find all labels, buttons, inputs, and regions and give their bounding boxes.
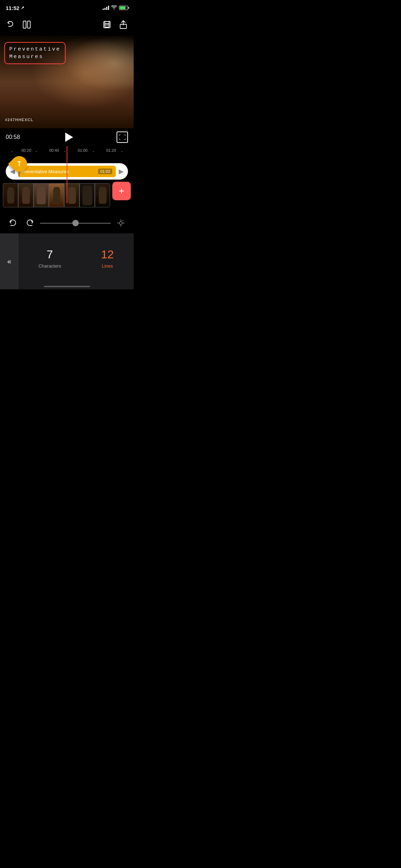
undo-icon[interactable] — [6, 20, 15, 31]
t-marker-badge: T — [8, 153, 30, 175]
plus-icon: + — [119, 186, 124, 196]
library-icon[interactable] — [102, 20, 112, 31]
svg-rect-0 — [23, 21, 26, 28]
clip-duration: 01:02 — [98, 169, 112, 174]
scrubber-track — [40, 223, 111, 224]
top-toolbar — [0, 16, 134, 36]
thumbnail-1 — [3, 183, 18, 207]
text-clip-area: T ◀ Preventative Measures 01:02 ▶ — [3, 156, 131, 181]
video-preview: Preventative Measures #247HHEXCL — [0, 36, 134, 128]
lines-value: 12 — [101, 248, 114, 261]
chevron-left-icon: « — [7, 257, 11, 265]
bottom-controls: + — [0, 214, 134, 232]
toolbar-left — [6, 20, 31, 31]
thumbnail-3 — [34, 183, 49, 207]
status-time: 11:52 ↗ — [6, 5, 24, 11]
svg-rect-1 — [27, 21, 30, 28]
play-button[interactable] — [61, 129, 76, 145]
characters-value: 7 — [47, 248, 53, 261]
wifi-icon — [111, 5, 117, 11]
add-clip-button[interactable]: + — [112, 182, 131, 200]
panel-back-button[interactable]: « — [0, 233, 19, 289]
svg-rect-3 — [105, 21, 109, 27]
current-time: 00:58 — [6, 134, 20, 140]
svg-point-8 — [119, 222, 122, 224]
signal-icon — [103, 6, 109, 10]
lines-item[interactable]: 12 Lines — [101, 248, 114, 269]
home-indicator — [44, 286, 90, 287]
export-icon[interactable] — [119, 20, 128, 31]
thumbnails-track — [3, 183, 110, 207]
play-triangle-icon — [65, 133, 73, 142]
fullscreen-button[interactable] — [117, 131, 128, 143]
lines-label: Lines — [102, 263, 113, 269]
clip-label: Preventative Measures — [21, 169, 69, 174]
scrubber-thumb — [72, 220, 79, 226]
thumbnail-4 — [49, 183, 64, 207]
thumbnail-7 — [95, 183, 110, 207]
thumbnail-6 — [79, 183, 95, 207]
undo-button[interactable] — [6, 216, 20, 230]
characters-item[interactable]: 7 Characters — [38, 248, 61, 269]
status-bar: 11:52 ↗ — [0, 0, 134, 16]
play-icon[interactable] — [22, 20, 31, 31]
playback-controls: 00:58 — [0, 128, 134, 146]
ruler-mark-1: 00:20 — [21, 148, 31, 153]
ruler-mark-2: 00:40 — [49, 148, 59, 153]
keyframe-button[interactable]: + — [114, 216, 128, 230]
scrubber[interactable] — [40, 223, 111, 224]
ruler-mark-3: 01:00 — [78, 148, 88, 153]
redo-button[interactable] — [23, 216, 37, 230]
battery-icon — [119, 6, 128, 10]
time-display: 11:52 — [6, 5, 19, 11]
bottom-panel: « 7 Characters 12 Lines — [0, 233, 134, 289]
thumbnail-2 — [18, 183, 34, 207]
playhead[interactable] — [67, 146, 67, 203]
clip-arrow-right[interactable]: ▶ — [119, 167, 124, 175]
text-overlay-box: Preventative Measures — [4, 42, 66, 64]
ruler-mark-4: 01:20 — [106, 148, 116, 153]
text-marker[interactable]: T — [11, 156, 27, 177]
location-icon: ↗ — [21, 5, 24, 10]
svg-text:+: + — [122, 219, 124, 222]
panel-content: 7 Characters 12 Lines — [19, 233, 134, 289]
toolbar-right — [102, 20, 128, 31]
t-marker-stem — [19, 172, 20, 177]
characters-label: Characters — [38, 263, 61, 269]
timeline: 00:20 00:40 01:00 01:20 ● ● ● ● ● T ◀ Pr… — [0, 146, 134, 207]
status-icons — [103, 5, 128, 11]
watermark: #247HHEXCL — [5, 118, 34, 122]
overlay-text-line1: Preventative Measures — [9, 46, 61, 61]
